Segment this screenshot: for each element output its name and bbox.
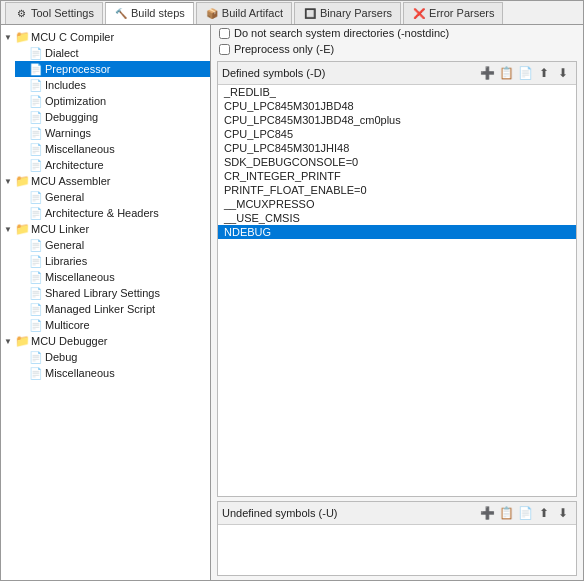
undefined-symbols-section: Undefined symbols (-U) ➕📋📄⬆⬇ [217, 501, 577, 576]
tree-item-mcu-c-compiler[interactable]: 📁 MCU C Compiler [1, 29, 210, 45]
checkbox-row-no-system-dirs: Do not search system directories (-nostd… [211, 25, 583, 41]
expand-arrow-mcu-linker [3, 224, 13, 234]
tree-item-miscellaneous3[interactable]: 📄 Miscellaneous [15, 365, 210, 381]
defined-symbol-item-7[interactable]: PRINTF_FLOAT_ENABLE=0 [218, 183, 576, 197]
defined-toolbar-btn-1[interactable]: 📋 [497, 64, 515, 82]
build-artifact-icon: 📦 [205, 6, 219, 20]
expand-arrow-mcu-debugger [3, 336, 13, 346]
error-parsers-label: Error Parsers [429, 7, 494, 19]
binary-parsers-icon: 🔲 [303, 6, 317, 20]
page-icon-debugging: 📄 [29, 110, 43, 124]
tree-label-mcu-debugger: MCU Debugger [31, 335, 107, 347]
tab-binary-parsers[interactable]: 🔲Binary Parsers [294, 2, 401, 24]
tab-build-artifact[interactable]: 📦Build Artifact [196, 2, 292, 24]
page-icon-miscellaneous3: 📄 [29, 366, 43, 380]
folder-icon-mcu-c-compiler: 📁 [15, 30, 29, 44]
tree-item-general[interactable]: 📄 General [15, 189, 210, 205]
undefined-symbols-toolbar: ➕📋📄⬆⬇ [478, 504, 572, 522]
page-icon-optimization: 📄 [29, 94, 43, 108]
tree-item-arch-headers[interactable]: 📄 Architecture & Headers [15, 205, 210, 221]
tree-panel: 📁 MCU C Compiler 📄 Dialect 📄 Preprocesso… [1, 25, 211, 580]
tree-children-mcu-linker: 📄 General 📄 Libraries 📄 Miscellaneous 📄 … [1, 237, 210, 333]
page-icon-debug: 📄 [29, 350, 43, 364]
tree-label-warnings: Warnings [45, 127, 91, 139]
tree-label-shared-lib: Shared Library Settings [45, 287, 160, 299]
page-icon-dialect: 📄 [29, 46, 43, 60]
defined-symbol-item-2[interactable]: CPU_LPC845M301JBD48_cm0plus [218, 113, 576, 127]
defined-toolbar-btn-2[interactable]: 📄 [516, 64, 534, 82]
undefined-symbols-list [218, 525, 576, 575]
defined-symbol-item-0[interactable]: _REDLIB_ [218, 85, 576, 99]
undefined-symbols-title: Undefined symbols (-U) [222, 507, 338, 519]
tree-item-preprocessor[interactable]: 📄 Preprocessor [15, 61, 210, 77]
tree-item-architecture[interactable]: 📄 Architecture [15, 157, 210, 173]
tree-label-architecture: Architecture [45, 159, 104, 171]
undefined-toolbar-btn-4[interactable]: ⬇ [554, 504, 572, 522]
build-steps-label: Build steps [131, 7, 185, 19]
undefined-symbols-header: Undefined symbols (-U) ➕📋📄⬆⬇ [218, 502, 576, 525]
page-icon-shared-lib: 📄 [29, 286, 43, 300]
tree-label-miscellaneous: Miscellaneous [45, 143, 115, 155]
page-icon-miscellaneous: 📄 [29, 142, 43, 156]
tree-item-managed-linker[interactable]: 📄 Managed Linker Script [15, 301, 210, 317]
defined-toolbar-btn-4[interactable]: ⬇ [554, 64, 572, 82]
tree-label-managed-linker: Managed Linker Script [45, 303, 155, 315]
tree-label-general: General [45, 191, 84, 203]
tree-label-multicore: Multicore [45, 319, 90, 331]
tab-build-steps[interactable]: 🔨Build steps [105, 2, 194, 24]
tree-item-general2[interactable]: 📄 General [15, 237, 210, 253]
tree-item-debugging[interactable]: 📄 Debugging [15, 109, 210, 125]
tree-item-multicore[interactable]: 📄 Multicore [15, 317, 210, 333]
binary-parsers-label: Binary Parsers [320, 7, 392, 19]
right-panel: Do not search system directories (-nostd… [211, 25, 583, 580]
undefined-toolbar-btn-1[interactable]: 📋 [497, 504, 515, 522]
page-icon-general: 📄 [29, 190, 43, 204]
tree-children-mcu-assembler: 📄 General 📄 Architecture & Headers [1, 189, 210, 221]
tree-group-mcu-debugger: 📁 MCU Debugger 📄 Debug 📄 Miscellaneous [1, 333, 210, 381]
defined-toolbar-btn-3[interactable]: ⬆ [535, 64, 553, 82]
defined-symbol-item-1[interactable]: CPU_LPC845M301JBD48 [218, 99, 576, 113]
tree-item-mcu-linker[interactable]: 📁 MCU Linker [1, 221, 210, 237]
tree-item-libraries[interactable]: 📄 Libraries [15, 253, 210, 269]
tree-group-mcu-assembler: 📁 MCU Assembler 📄 General 📄 Architecture… [1, 173, 210, 221]
tab-error-parsers[interactable]: ❌Error Parsers [403, 2, 503, 24]
defined-symbol-item-8[interactable]: __MCUXPRESSO [218, 197, 576, 211]
page-icon-preprocessor: 📄 [29, 62, 43, 76]
tree-item-warnings[interactable]: 📄 Warnings [15, 125, 210, 141]
tree-label-mcu-assembler: MCU Assembler [31, 175, 110, 187]
tree-item-miscellaneous[interactable]: 📄 Miscellaneous [15, 141, 210, 157]
defined-symbol-item-5[interactable]: SDK_DEBUGCONSOLE=0 [218, 155, 576, 169]
tree-item-dialect[interactable]: 📄 Dialect [15, 45, 210, 61]
tree-item-mcu-debugger[interactable]: 📁 MCU Debugger [1, 333, 210, 349]
build-artifact-label: Build Artifact [222, 7, 283, 19]
tree-label-dialect: Dialect [45, 47, 79, 59]
tree-item-includes[interactable]: 📄 Includes [15, 77, 210, 93]
tree-item-optimization[interactable]: 📄 Optimization [15, 93, 210, 109]
tool-settings-icon: ⚙ [14, 6, 28, 20]
undefined-toolbar-btn-0[interactable]: ➕ [478, 504, 496, 522]
checkbox-preprocess-only[interactable] [219, 44, 230, 55]
defined-symbol-item-6[interactable]: CR_INTEGER_PRINTF [218, 169, 576, 183]
page-icon-libraries: 📄 [29, 254, 43, 268]
tree-group-mcu-c-compiler: 📁 MCU C Compiler 📄 Dialect 📄 Preprocesso… [1, 29, 210, 173]
tab-tool-settings[interactable]: ⚙Tool Settings [5, 2, 103, 24]
defined-symbol-item-9[interactable]: __USE_CMSIS [218, 211, 576, 225]
checkbox-no-system-dirs[interactable] [219, 28, 230, 39]
defined-toolbar-btn-0[interactable]: ➕ [478, 64, 496, 82]
defined-symbol-item-3[interactable]: CPU_LPC845 [218, 127, 576, 141]
main-window: ⚙Tool Settings🔨Build steps📦Build Artifac… [0, 0, 584, 581]
build-steps-icon: 🔨 [114, 6, 128, 20]
tree-item-miscellaneous2[interactable]: 📄 Miscellaneous [15, 269, 210, 285]
undefined-toolbar-btn-2[interactable]: 📄 [516, 504, 534, 522]
page-icon-multicore: 📄 [29, 318, 43, 332]
defined-symbol-item-10[interactable]: NDEBUG [218, 225, 576, 239]
tree-item-debug[interactable]: 📄 Debug [15, 349, 210, 365]
tree-item-mcu-assembler[interactable]: 📁 MCU Assembler [1, 173, 210, 189]
defined-symbols-toolbar: ➕📋📄⬆⬇ [478, 64, 572, 82]
checkbox-label-preprocess-only: Preprocess only (-E) [234, 43, 334, 55]
tree-item-shared-lib[interactable]: 📄 Shared Library Settings [15, 285, 210, 301]
undefined-toolbar-btn-3[interactable]: ⬆ [535, 504, 553, 522]
tree-children-mcu-debugger: 📄 Debug 📄 Miscellaneous [1, 349, 210, 381]
defined-symbol-item-4[interactable]: CPU_LPC845M301JHI48 [218, 141, 576, 155]
page-icon-managed-linker: 📄 [29, 302, 43, 316]
